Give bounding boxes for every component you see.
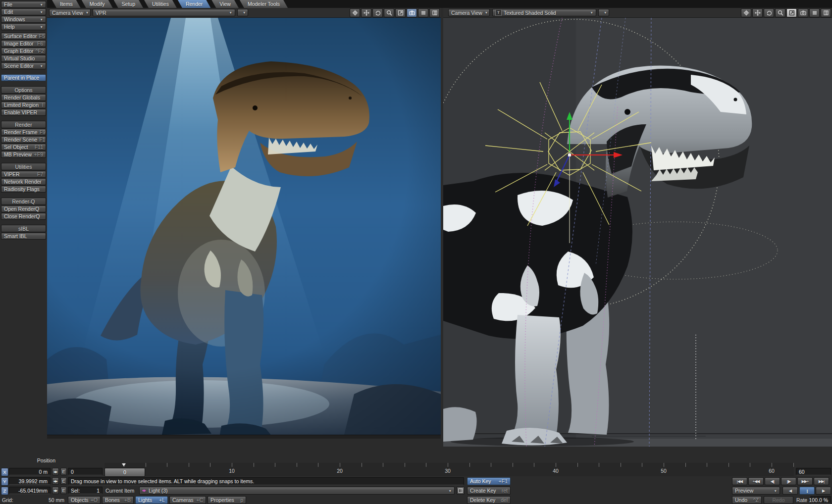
virtual-studio-button[interactable]: Virtual Studio xyxy=(1,55,46,62)
viper-button[interactable]: VIPERF7 xyxy=(1,171,46,178)
play-reverse-button[interactable]: ◀ xyxy=(782,487,798,495)
auto-key-button[interactable]: Auto Key+F1 xyxy=(467,477,511,485)
scene-editor-button[interactable]: Scene Editor xyxy=(1,62,46,69)
current-frame-field[interactable]: 0 xyxy=(68,468,103,475)
create-key-button[interactable]: Create Keyret xyxy=(467,487,511,495)
tick-label: 20 xyxy=(332,468,347,474)
go-first-frame-button[interactable]: |◀◀ xyxy=(732,477,747,485)
menu-edit[interactable]: Edit xyxy=(1,8,46,15)
current-item-dropdown[interactable]: Light (3) xyxy=(139,487,455,495)
z-envelope-button[interactable]: E xyxy=(60,487,67,494)
parent-in-place-button[interactable]: Parent in Place xyxy=(1,74,46,81)
properties-button[interactable]: Propertiesp xyxy=(208,496,246,504)
menu-file[interactable]: File xyxy=(1,1,46,8)
image-editor-button[interactable]: Image EditorF6 xyxy=(1,40,46,47)
vpr-render-canvas[interactable] xyxy=(47,18,441,435)
tab-render[interactable]: Render xyxy=(178,0,210,8)
tab-utilities[interactable]: Utilities xyxy=(144,0,177,8)
viewport-options-dropdown[interactable] xyxy=(598,9,609,16)
render-frame-button[interactable]: Render FrameF9 xyxy=(1,129,46,136)
limited-region-button[interactable]: Limited Regionl xyxy=(1,101,46,108)
pan-icon[interactable] xyxy=(350,8,360,17)
prev-frame-button[interactable]: ◀|| xyxy=(765,477,780,485)
view-type-dropdown[interactable]: Camera View xyxy=(49,9,91,16)
z-position-field[interactable]: -65.0419mm xyxy=(9,487,51,494)
rate-field[interactable]: 100.0 % xyxy=(810,496,831,504)
close-renderq-button[interactable]: Close RenderQ xyxy=(1,213,46,220)
y-nudge-arrows[interactable]: ◀▶ xyxy=(52,477,59,485)
zoom-icon[interactable] xyxy=(384,8,394,17)
rotate-icon[interactable] xyxy=(372,8,383,17)
frame-range-icon[interactable] xyxy=(429,8,440,17)
view-type-dropdown[interactable]: Camera View xyxy=(448,9,490,16)
tab-modeler-tools[interactable]: Modeler Tools xyxy=(240,0,288,8)
zoom-icon[interactable] xyxy=(775,8,785,17)
move-icon[interactable] xyxy=(361,8,371,17)
next-keyframe-button[interactable]: ▶▶+ xyxy=(797,477,813,485)
preview-dropdown[interactable]: Preview xyxy=(732,487,780,495)
current-item-label: Current Item xyxy=(105,488,134,494)
surface-editor-button[interactable]: Surface EditorF5 xyxy=(1,33,46,40)
select-lights-button[interactable]: Lights+L xyxy=(135,496,168,504)
menu-windows[interactable]: Windows xyxy=(1,16,46,23)
z-nudge-arrows[interactable]: ◀▶ xyxy=(52,487,59,494)
menu-icon[interactable] xyxy=(418,8,428,17)
render-scene-button[interactable]: Render SceneF10 xyxy=(1,136,46,143)
timeline-ticks xyxy=(104,463,794,467)
camera-icon[interactable] xyxy=(407,8,417,17)
tab-modify[interactable]: Modify xyxy=(82,0,113,8)
open-renderq-button[interactable]: Open RenderQ xyxy=(1,205,46,212)
shaded-render-canvas[interactable] xyxy=(443,18,832,447)
timeline-ruler[interactable]: 10 20 30 40 50 60 0 xyxy=(104,463,794,476)
select-cameras-button[interactable]: Cameras+C xyxy=(169,496,206,504)
frame-marker xyxy=(122,463,126,466)
menu-help[interactable]: Help xyxy=(1,23,46,30)
fit-view-icon[interactable] xyxy=(786,8,797,17)
play-button[interactable]: ▶ xyxy=(816,487,831,495)
tab-view[interactable]: View xyxy=(211,0,239,8)
rotate-icon[interactable] xyxy=(764,8,774,17)
network-render-button[interactable]: Network Render xyxy=(1,178,46,185)
x-axis-toggle[interactable]: X xyxy=(1,468,8,476)
tab-setup[interactable]: Setup xyxy=(114,0,143,8)
tab-items[interactable]: Items xyxy=(52,0,81,8)
redo-button[interactable]: Redo xyxy=(764,496,793,504)
graph-editor-button[interactable]: Graph Editor^F2 xyxy=(1,48,46,54)
frame-slider-handle[interactable]: 0 xyxy=(104,468,145,477)
fit-view-icon[interactable] xyxy=(395,8,406,17)
render-mode-dropdown[interactable]: VPR xyxy=(93,9,235,16)
x-envelope-button[interactable]: E xyxy=(60,468,67,475)
mb-preview-button[interactable]: MB Preview+F9 xyxy=(1,151,46,158)
undo-button[interactable]: Undo^Z xyxy=(732,496,762,504)
render-mode-dropdown[interactable]: TTextured Shaded Solid xyxy=(492,9,596,16)
tick-label: 30 xyxy=(440,468,455,474)
y-axis-toggle[interactable]: Y xyxy=(1,477,8,486)
delete-key-button[interactable]: Delete Keydel xyxy=(467,496,511,504)
pan-icon[interactable] xyxy=(741,8,751,17)
viewport-options-dropdown[interactable] xyxy=(237,9,248,16)
camera-icon[interactable] xyxy=(798,8,808,17)
select-bones-button[interactable]: Bones+B xyxy=(102,496,134,504)
select-objects-button[interactable]: Objects+O xyxy=(68,496,101,504)
radiosity-flags-button[interactable]: Radiosity Flags xyxy=(1,186,46,193)
smart-ibl-button[interactable]: Smart IBL xyxy=(1,233,46,240)
z-axis-toggle[interactable]: Z xyxy=(1,487,8,495)
render-globals-button[interactable]: Render Globals xyxy=(1,94,46,101)
y-envelope-button[interactable]: E xyxy=(60,477,67,485)
sel-object-button[interactable]: Sel ObjectF11 xyxy=(1,144,46,151)
enable-viper-button[interactable]: Enable VIPER xyxy=(1,109,46,116)
move-icon[interactable] xyxy=(752,8,763,17)
underwater-trex-render xyxy=(47,18,441,435)
left-toolbar: File Edit Windows Help Surface EditorF5 … xyxy=(0,0,47,447)
item-list-button[interactable] xyxy=(457,487,465,495)
x-position-field[interactable]: 0 m xyxy=(9,468,51,475)
next-frame-button[interactable]: ||▶ xyxy=(781,477,796,485)
prev-keyframe-button[interactable]: +◀◀ xyxy=(748,477,764,485)
pause-button[interactable]: || xyxy=(799,487,815,495)
go-last-frame-button[interactable]: ▶▶| xyxy=(814,477,829,485)
y-position-field[interactable]: 39.9992 mm xyxy=(9,477,51,485)
frame-range-icon[interactable] xyxy=(821,8,831,17)
menu-icon[interactable] xyxy=(809,8,820,17)
x-nudge-arrows[interactable]: ◀▶ xyxy=(52,468,59,475)
end-frame-field[interactable]: 60 xyxy=(796,468,831,475)
